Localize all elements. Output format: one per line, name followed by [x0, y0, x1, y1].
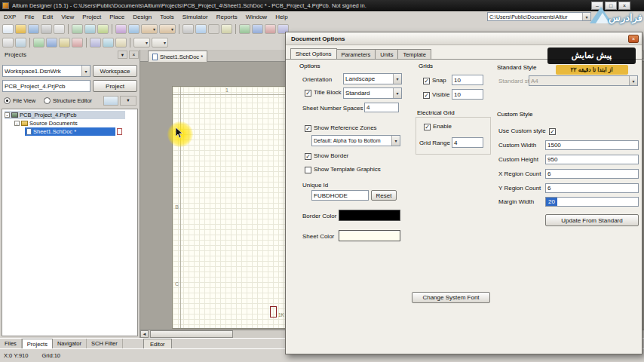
redo-icon[interactable]: ▾	[159, 24, 176, 34]
menu-simulator[interactable]: Simulator	[182, 14, 208, 20]
move-icon[interactable]	[15, 38, 26, 48]
copy-icon[interactable]	[195, 24, 207, 34]
menu-window[interactable]: Window	[246, 14, 267, 20]
dialog-title-bar[interactable]: Document Options	[286, 32, 642, 45]
port-icon[interactable]	[103, 38, 114, 48]
visible-field[interactable]: 10	[452, 89, 483, 100]
tree-item-source-documents[interactable]: - Source Documents	[14, 119, 78, 127]
schematic-component[interactable]	[270, 306, 277, 318]
bus-tool-icon[interactable]	[46, 38, 57, 48]
power-port-icon[interactable]	[72, 38, 83, 48]
menu-project[interactable]: Project	[82, 14, 101, 20]
show-template-graphics-checkbox[interactable]	[305, 167, 311, 173]
menu-reports[interactable]: Reports	[216, 14, 238, 20]
dialog-close-icon[interactable]: ×	[628, 35, 639, 43]
text-string-icon[interactable]	[115, 38, 127, 48]
menu-file[interactable]: File	[24, 14, 34, 20]
menu-help[interactable]: Help	[275, 14, 287, 20]
tab-sheet-options[interactable]: Sheet Options	[290, 48, 337, 60]
part-icon[interactable]	[265, 24, 276, 34]
update-from-standard-button[interactable]: Update From Standard	[545, 214, 639, 226]
tab-parameters[interactable]: Parameters	[337, 49, 376, 60]
enable-checkbox[interactable]: ✓	[424, 124, 431, 130]
visible-checkbox[interactable]: ✓	[423, 92, 430, 99]
tab-editor[interactable]: Editor	[143, 339, 172, 348]
zoom-area-icon[interactable]	[97, 24, 109, 34]
grid-range-field[interactable]: 4	[452, 137, 483, 148]
tab-units[interactable]: Units	[376, 49, 398, 60]
tab-files[interactable]: Files	[0, 339, 22, 348]
tab-template[interactable]: Template	[398, 49, 431, 60]
reset-button[interactable]: Reset	[371, 190, 397, 201]
scrollbar-thumb[interactable]	[150, 330, 233, 338]
unique-id-field[interactable]: FUBDHODE	[311, 190, 369, 201]
structure-editor-radio[interactable]	[44, 97, 51, 104]
tab-sch-filter[interactable]: SCH Filter	[87, 339, 123, 348]
menu-place[interactable]: Place	[109, 14, 124, 20]
path-combobox[interactable]: C:\Users\Public\Documents\Altiur ▾	[487, 12, 591, 21]
menu-view[interactable]: View	[61, 14, 74, 20]
title-block-combobox[interactable]: Standard ▾	[343, 87, 402, 99]
tab-navigator[interactable]: Navigator	[53, 339, 87, 348]
use-custom-style-checkbox[interactable]: ✓	[549, 128, 556, 135]
print-preview-icon[interactable]	[54, 24, 65, 34]
x-region-count-field[interactable]: 6	[545, 169, 639, 179]
scroll-left-icon[interactable]: ◄	[140, 330, 149, 338]
project-button[interactable]: Project	[93, 80, 137, 92]
tab-projects[interactable]: Projects	[22, 339, 53, 348]
tab-sheet1[interactable]: Sheet1.SchDoc *	[148, 51, 207, 62]
wire-icon[interactable]	[239, 24, 250, 34]
snap-field[interactable]: 10	[452, 75, 483, 85]
paste-icon[interactable]	[208, 24, 219, 34]
orientation-combobox[interactable]: Landscape ▾	[343, 73, 402, 84]
print-icon[interactable]	[41, 24, 52, 34]
align-button[interactable]: ▾	[152, 38, 168, 48]
menu-dxp[interactable]: DXP	[4, 14, 16, 20]
custom-width-field[interactable]: 1500	[545, 140, 639, 150]
show-reference-zones-checkbox[interactable]: ✓	[305, 125, 311, 132]
bus-icon[interactable]	[252, 24, 263, 34]
wire-tool-icon[interactable]	[33, 38, 44, 48]
view-options-button[interactable]	[103, 96, 118, 106]
chevron-down-icon[interactable]: ▾	[393, 74, 401, 84]
place-part-icon[interactable]	[90, 38, 101, 48]
workspace-button[interactable]: Workspace	[93, 65, 137, 77]
panel-dropdown-button[interactable]: ▾	[120, 96, 136, 106]
reference-zones-combobox[interactable]: Default: Alpha Top to Bottom ▾	[311, 135, 400, 146]
title-block-checkbox[interactable]: ✓	[305, 90, 311, 97]
sheet-color-swatch[interactable]	[339, 230, 400, 241]
custom-height-field[interactable]: 950	[545, 155, 639, 164]
undo-icon[interactable]: ▾	[141, 24, 158, 34]
show-border-checkbox[interactable]: ✓	[305, 153, 311, 160]
workspace-combobox[interactable]: Workspace1.DsnWrk ▾	[2, 65, 90, 77]
panel-menu-button[interactable]: ▾	[118, 51, 127, 59]
snap-checkbox[interactable]: ✓	[423, 78, 430, 84]
menu-edit[interactable]: Edit	[42, 14, 53, 20]
grid-settings-button[interactable]: ▾	[133, 38, 150, 48]
file-view-radio[interactable]	[4, 97, 11, 104]
sheet-number-spaces-field[interactable]: 4	[364, 103, 399, 112]
y-region-count-field[interactable]: 6	[545, 183, 639, 193]
expander-icon[interactable]: -	[14, 121, 20, 126]
open-folder-icon[interactable]	[15, 24, 26, 34]
tree-item-sheet1[interactable]: Sheet1.SchDoc *	[25, 127, 115, 136]
cut-icon[interactable]	[182, 24, 194, 34]
project-field[interactable]: PCB_Project_4.PrjPcb	[2, 80, 90, 92]
chevron-down-icon[interactable]: ▾	[391, 136, 400, 146]
panel-close-button[interactable]: ×	[129, 51, 139, 59]
zoom-in-icon[interactable]	[72, 24, 83, 34]
chevron-down-icon[interactable]: ▾	[393, 88, 401, 98]
margin-width-field[interactable]: 20	[545, 197, 639, 207]
menu-tools[interactable]: Tools	[160, 14, 174, 20]
border-color-swatch[interactable]	[339, 210, 400, 221]
find-icon[interactable]	[221, 24, 232, 34]
selection-icon[interactable]	[2, 38, 14, 48]
filter-icon[interactable]	[128, 24, 140, 34]
cross-probe-icon[interactable]	[115, 24, 127, 34]
change-system-font-button[interactable]: Change System Font	[412, 292, 490, 303]
tree-item-project[interactable]: - PCB_Project_4.PrjPcb	[5, 111, 125, 119]
menu-design[interactable]: Design	[133, 14, 152, 20]
save-icon[interactable]	[28, 24, 39, 34]
zoom-fit-icon[interactable]	[84, 24, 96, 34]
new-document-icon[interactable]	[2, 24, 14, 34]
